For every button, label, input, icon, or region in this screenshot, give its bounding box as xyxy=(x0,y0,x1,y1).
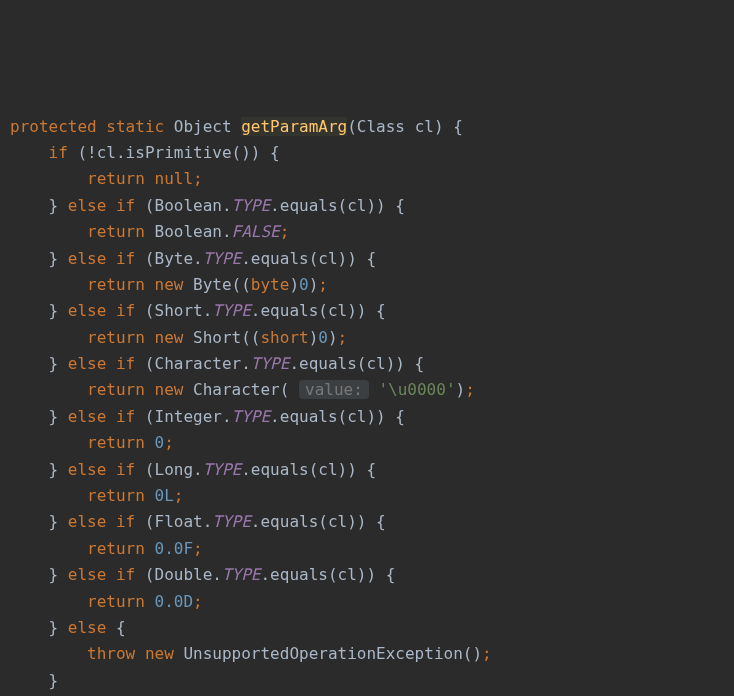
keyword-if: if xyxy=(116,196,135,215)
ident-cl: cl xyxy=(328,301,347,320)
keyword-else: else xyxy=(68,512,107,531)
field-type: TYPE xyxy=(203,460,242,479)
keyword-return: return xyxy=(87,592,145,611)
keyword-if: if xyxy=(116,460,135,479)
keyword-else: else xyxy=(68,249,107,268)
keyword-if: if xyxy=(116,354,135,373)
keyword-if: if xyxy=(116,249,135,268)
call-equals: equals xyxy=(260,301,318,320)
keyword-new: new xyxy=(145,644,174,663)
keyword-return: return xyxy=(87,328,145,347)
ident-cl: cl xyxy=(347,407,366,426)
type-boolean: Boolean xyxy=(155,222,222,241)
semicolon: ; xyxy=(193,539,203,558)
keyword-if: if xyxy=(116,512,135,531)
ident-cl: cl xyxy=(366,354,385,373)
type-double: Double xyxy=(155,565,213,584)
ident-cl: cl xyxy=(318,249,337,268)
keyword-return: return xyxy=(87,486,145,505)
param-cl: cl xyxy=(415,117,434,136)
semicolon: ; xyxy=(193,169,203,188)
type-float: Float xyxy=(155,512,203,531)
type-byte: Byte xyxy=(155,249,194,268)
type-object: Object xyxy=(174,117,232,136)
keyword-return: return xyxy=(87,169,145,188)
keyword-else: else xyxy=(68,407,107,426)
call-equals: equals xyxy=(280,196,338,215)
field-false: FALSE xyxy=(232,222,280,241)
keyword-static: static xyxy=(106,117,164,136)
field-type: TYPE xyxy=(232,196,271,215)
keyword-null: null xyxy=(155,169,194,188)
type-class: Class xyxy=(357,117,405,136)
field-type: TYPE xyxy=(212,301,251,320)
type-character: Character xyxy=(193,380,280,399)
keyword-return: return xyxy=(87,222,145,241)
type-short: Short xyxy=(193,328,241,347)
semicolon: ; xyxy=(193,592,203,611)
call-equals: equals xyxy=(251,460,309,479)
field-type: TYPE xyxy=(212,512,251,531)
cast-byte: byte xyxy=(251,275,290,294)
method-name: getParamArg xyxy=(241,117,347,136)
keyword-protected: protected xyxy=(10,117,97,136)
keyword-new: new xyxy=(155,275,184,294)
code-editor[interactable]: protected static Object getParamArg(Clas… xyxy=(10,114,724,696)
semicolon: ; xyxy=(164,433,174,452)
type-long: Long xyxy=(155,460,194,479)
keyword-else: else xyxy=(68,301,107,320)
type-byte: Byte xyxy=(193,275,232,294)
parameter-hint: value: xyxy=(299,380,369,399)
semicolon: ; xyxy=(280,222,290,241)
keyword-return: return xyxy=(87,433,145,452)
keyword-new: new xyxy=(155,328,184,347)
literal-zero-d: 0.0D xyxy=(155,592,194,611)
semicolon: ; xyxy=(174,486,184,505)
ident-cl: cl xyxy=(318,460,337,479)
literal-zero: 0 xyxy=(318,328,328,347)
keyword-else: else xyxy=(68,460,107,479)
keyword-return: return xyxy=(87,380,145,399)
call-equals: equals xyxy=(270,565,328,584)
semicolon: ; xyxy=(338,328,348,347)
field-type: TYPE xyxy=(222,565,261,584)
cast-short: short xyxy=(260,328,308,347)
literal-char: '\u0000' xyxy=(378,380,455,399)
type-boolean: Boolean xyxy=(155,196,222,215)
type-uoe: UnsupportedOperationException xyxy=(183,644,462,663)
keyword-else: else xyxy=(68,618,107,637)
keyword-throw: throw xyxy=(87,644,135,663)
field-type: TYPE xyxy=(251,354,290,373)
literal-zero: 0 xyxy=(299,275,309,294)
call-equals: equals xyxy=(251,249,309,268)
keyword-if: if xyxy=(116,565,135,584)
field-type: TYPE xyxy=(232,407,271,426)
keyword-else: else xyxy=(68,565,107,584)
keyword-else: else xyxy=(68,196,107,215)
type-short: Short xyxy=(155,301,203,320)
call-equals: equals xyxy=(260,512,318,531)
keyword-if: if xyxy=(116,407,135,426)
literal-zero: 0 xyxy=(155,433,165,452)
literal-zero-l: 0L xyxy=(155,486,174,505)
keyword-else: else xyxy=(68,354,107,373)
call-isprimitive: isPrimitive xyxy=(126,143,232,162)
ident-cl: cl xyxy=(338,565,357,584)
semicolon: ; xyxy=(465,380,475,399)
field-type: TYPE xyxy=(203,249,242,268)
semicolon: ; xyxy=(482,644,492,663)
keyword-if: if xyxy=(49,143,68,162)
call-equals: equals xyxy=(280,407,338,426)
ident-cl: cl xyxy=(328,512,347,531)
ident-cl: cl xyxy=(347,196,366,215)
keyword-return: return xyxy=(87,275,145,294)
call-equals: equals xyxy=(299,354,357,373)
keyword-new: new xyxy=(155,380,184,399)
keyword-if: if xyxy=(116,301,135,320)
type-integer: Integer xyxy=(155,407,222,426)
keyword-return: return xyxy=(87,539,145,558)
ident-cl: cl xyxy=(97,143,116,162)
literal-zero-f: 0.0F xyxy=(155,539,194,558)
semicolon: ; xyxy=(318,275,328,294)
type-character: Character xyxy=(155,354,242,373)
